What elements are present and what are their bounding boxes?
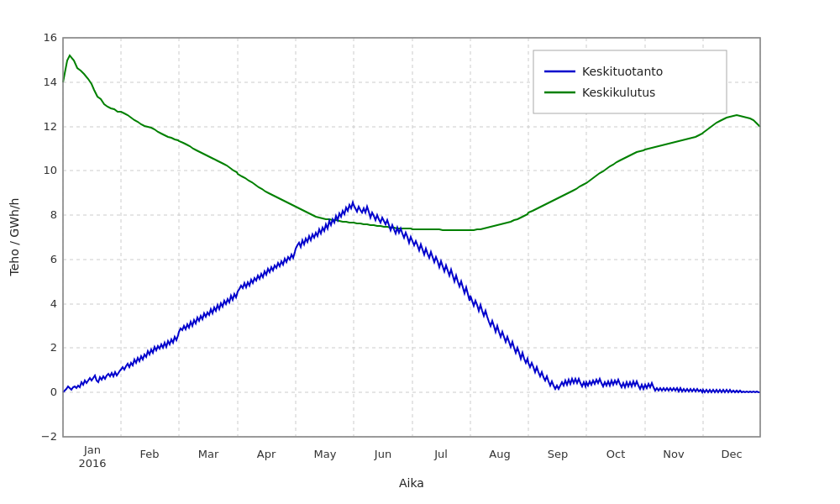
legend-box [533,50,727,113]
y-label-0: 0 [50,386,57,398]
x-label-oct: Oct [606,448,625,460]
y-label-6: 6 [50,253,57,265]
y-label-8: 8 [50,208,57,221]
chart-svg: −2 0 2 4 6 8 10 12 14 16 Jan 2016 Feb Ma… [0,0,840,504]
y-label-4: 4 [50,297,57,310]
chart-container: −2 0 2 4 6 8 10 12 14 16 Jan 2016 Feb Ma… [0,0,840,504]
x-label-jul: Jul [433,448,448,460]
x-axis-title: Aika [399,476,424,490]
x-label-dec: Dec [721,448,742,460]
x-label-may: May [314,448,337,460]
legend-label-green: Keskikulutus [582,86,655,99]
y-label-2: 2 [50,341,57,354]
y-label-16: 16 [43,31,57,44]
x-label-2016: 2016 [78,457,106,470]
y-axis-title: Teho / GWh/h [8,198,21,277]
x-label-jun: Jun [374,448,391,460]
legend-label-blue: Keskituotanto [582,65,663,78]
x-label-apr: Apr [257,448,276,460]
y-label-10: 10 [43,164,57,176]
y-label-12: 12 [43,120,57,133]
x-label-sep: Sep [548,448,569,460]
y-label-neg2: −2 [41,430,57,443]
x-label-jan: Jan [83,444,101,456]
x-label-feb: Feb [139,448,159,460]
x-label-nov: Nov [663,448,685,460]
y-label-14: 14 [43,76,57,88]
x-label-mar: Mar [198,448,219,460]
x-label-aug: Aug [489,448,510,460]
